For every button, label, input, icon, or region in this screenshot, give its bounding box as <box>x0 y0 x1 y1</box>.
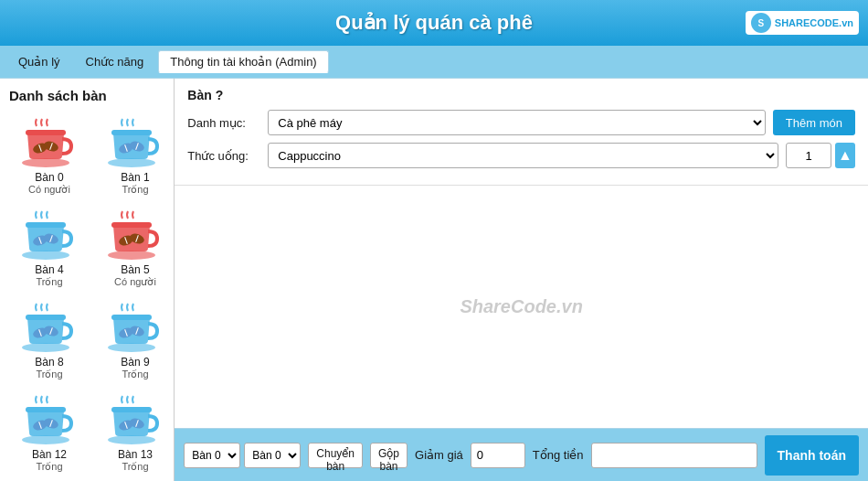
table-item-8[interactable]: Bàn 8 Trống <box>9 297 90 384</box>
ban-label: Bàn ? <box>187 88 855 102</box>
order-area: ShareCode.vn <box>175 186 868 428</box>
table-icon-4 <box>13 208 86 263</box>
table-icon-12 <box>13 393 86 448</box>
tong-tien-input[interactable] <box>591 443 757 468</box>
nav-item-quan-ly[interactable]: Quản lý <box>7 51 71 72</box>
svg-rect-30 <box>111 222 152 228</box>
main-content: Danh sách bàn <box>0 79 868 481</box>
table-icon-1 <box>99 116 172 171</box>
table-icon-0 <box>13 116 86 171</box>
right-panel: Bàn ? Danh mục: Cà phê máy Trà sữa Nước … <box>175 79 868 481</box>
table-name-0: Bàn 0 <box>35 171 63 184</box>
danh-muc-select[interactable]: Cà phê máy Trà sữa Nước ép <box>268 110 766 135</box>
table-icon-13 <box>99 393 172 448</box>
thuc-uong-select[interactable]: Cappuccino Espresso Latte <box>268 143 778 168</box>
chuyen-ban-group: Bàn 0Bàn 1Bàn 2 Bàn 0Bàn 1Bàn 2 <box>184 443 301 468</box>
table-icon-9 <box>99 301 172 356</box>
table-icon-8 <box>13 301 86 356</box>
table-status-5: Có người <box>114 276 156 288</box>
giam-gia-label: Giảm giá <box>415 448 463 462</box>
thuc-uong-row: Thức uống: Cappuccino Espresso Latte ▲ <box>187 143 855 168</box>
them-mon-button[interactable]: Thêm món <box>773 110 855 135</box>
chuyen-ban-button[interactable]: Chuyển bàn <box>308 443 363 468</box>
logo-text: SHARECODE.vn <box>775 17 853 28</box>
table-status-12: Trống <box>36 461 62 473</box>
table-name-8: Bàn 8 <box>35 356 63 369</box>
watermark: ShareCode.vn <box>460 296 582 317</box>
svg-rect-6 <box>111 130 152 135</box>
thanh-toan-button[interactable]: Thanh toán <box>765 435 859 476</box>
svg-point-73 <box>22 435 69 444</box>
navbar: Quản lý Chức năng Thông tin tài khoản (A… <box>0 46 868 79</box>
nav-item-thong-tin[interactable]: Thông tin tài khoản (Admin) <box>158 50 328 73</box>
svg-rect-78 <box>111 407 152 412</box>
chuyen-ban-select-to[interactable]: Bàn 0Bàn 1Bàn 2 <box>244 443 301 468</box>
logo-icon: S <box>751 13 771 33</box>
svg-rect-0 <box>26 130 66 135</box>
quantity-group: ▲ <box>786 143 855 168</box>
table-icon-5 <box>99 208 172 263</box>
quantity-input[interactable] <box>786 143 831 168</box>
table-status-9: Trống <box>122 369 148 380</box>
gop-ban-button[interactable]: Gộp bàn <box>370 443 408 468</box>
table-status-8: Trống <box>36 369 62 380</box>
svg-rect-24 <box>26 222 66 228</box>
table-item-13[interactable]: Bàn 13 Trống <box>95 390 175 476</box>
svg-point-1 <box>22 158 69 167</box>
table-item-4[interactable]: Bàn 4 Trống <box>9 205 90 292</box>
table-name-5: Bàn 5 <box>121 263 149 276</box>
table-item-1[interactable]: Bàn 1 Trống <box>95 112 175 199</box>
svg-rect-54 <box>111 315 152 320</box>
table-item-0[interactable]: Bàn 0 Có người <box>9 112 90 199</box>
right-top: Bàn ? Danh mục: Cà phê máy Trà sữa Nước … <box>175 79 868 186</box>
svg-point-79 <box>108 435 155 444</box>
table-status-1: Trống <box>122 184 148 196</box>
tong-tien-label: Tổng tiền <box>533 448 584 462</box>
svg-point-55 <box>108 343 155 352</box>
table-status-13: Trống <box>122 461 148 473</box>
table-name-1: Bàn 1 <box>121 171 149 184</box>
table-name-4: Bàn 4 <box>35 263 63 276</box>
danh-sach-ban-title: Danh sách bàn <box>9 88 164 103</box>
table-item-5[interactable]: Bàn 5 Có người <box>95 205 175 292</box>
table-grid: Bàn 0 Có người <box>9 112 164 476</box>
svg-point-31 <box>108 251 155 260</box>
danh-muc-row: Danh mục: Cà phê máy Trà sữa Nước ép Thê… <box>187 110 855 135</box>
table-status-0: Có người <box>28 184 70 196</box>
table-status-4: Trống <box>36 276 62 288</box>
header-logo: S SHARECODE.vn <box>746 11 859 35</box>
header: Quản lý quán cà phê S SHARECODE.vn <box>0 0 868 46</box>
nav-item-chuc-nang[interactable]: Chức năng <box>75 51 155 72</box>
table-item-12[interactable]: Bàn 12 Trống <box>9 390 90 476</box>
quantity-up-button[interactable]: ▲ <box>835 143 855 168</box>
app-title: Quản lý quán cà phê <box>335 11 533 35</box>
giam-gia-input[interactable] <box>471 443 525 468</box>
table-name-12: Bàn 12 <box>32 448 67 461</box>
table-item-9[interactable]: Bàn 9 Trống <box>95 297 175 384</box>
svg-point-49 <box>22 343 69 352</box>
left-panel: Danh sách bàn <box>0 79 175 481</box>
danh-muc-label: Danh mục: <box>187 116 260 130</box>
svg-rect-72 <box>26 407 66 412</box>
chuyen-ban-select-from[interactable]: Bàn 0Bàn 1Bàn 2 <box>184 443 240 468</box>
table-name-13: Bàn 13 <box>118 448 153 461</box>
svg-point-7 <box>108 158 155 167</box>
svg-rect-48 <box>26 315 66 320</box>
bottom-bar: Bàn 0Bàn 1Bàn 2 Bàn 0Bàn 1Bàn 2 Chuyển b… <box>175 428 868 481</box>
svg-point-25 <box>22 251 69 260</box>
thuc-uong-label: Thức uống: <box>187 149 260 163</box>
table-name-9: Bàn 9 <box>121 356 149 369</box>
